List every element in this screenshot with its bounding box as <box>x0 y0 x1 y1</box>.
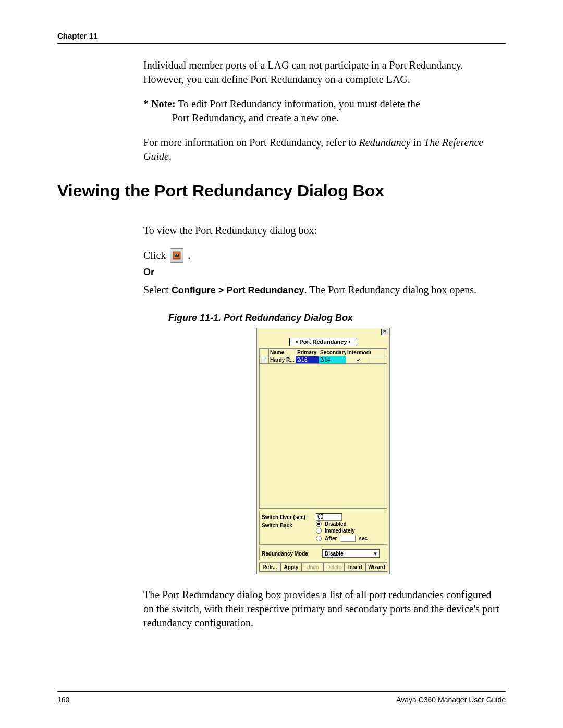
row-icon: 📄 <box>260 356 269 363</box>
select-instruction: Select Configure > Port Redundancy. The … <box>143 283 503 297</box>
note-text-line2: Port Redundancy, and create a new one. <box>143 111 503 125</box>
col-name[interactable]: Name <box>269 349 296 356</box>
redundancy-mode-dropdown[interactable]: Disable ▼ <box>322 549 380 558</box>
switch-over-label: Switch Over (sec) <box>262 514 313 520</box>
delete-button[interactable]: Delete <box>323 563 345 572</box>
switch-over-input[interactable]: 60 <box>316 513 342 521</box>
after-figure-paragraph: The Port Redundancy dialog box provides … <box>143 588 503 630</box>
radio-disabled-label: Disabled <box>325 521 347 527</box>
row-primary[interactable]: 2/16 <box>296 356 319 363</box>
note-label: * Note: <box>143 98 176 109</box>
page-footer: 160 Avaya C360 Manager User Guide <box>57 691 506 704</box>
document-title: Avaya C360 Manager User Guide <box>396 696 506 704</box>
port-redundancy-toolbar-icon[interactable] <box>170 248 183 263</box>
row-intermode-checkbox[interactable]: ✔ <box>346 356 371 363</box>
redundancy-mode-panel: Redundancy Mode Disable ▼ <box>259 547 387 560</box>
port-redundancy-dialog: ✕ • Port Redundancy • Name Primary Secon… <box>256 328 390 574</box>
radio-immediately-label: Immediately <box>325 528 355 534</box>
radio-after-label: After <box>325 536 337 541</box>
dialog-button-bar: Refr... Apply Undo Delete Insert Wizard <box>259 562 387 572</box>
radio-immediately[interactable] <box>316 528 322 534</box>
figure-caption: Figure 11-1. Port Redundancy Dialog Box <box>168 313 503 324</box>
view-intro: To view the Port Redundancy dialog box: <box>143 224 503 238</box>
switch-panel: Switch Over (sec) 60 Switch Back Disable… <box>259 511 387 545</box>
apply-button[interactable]: Apply <box>280 563 302 572</box>
section-heading: Viewing the Port Redundancy Dialog Box <box>57 181 503 201</box>
table-header: Name Primary Secondary Intermode <box>260 349 387 356</box>
svg-rect-2 <box>175 254 176 255</box>
radio-disabled[interactable] <box>316 521 322 527</box>
page-number: 160 <box>57 696 69 704</box>
table-row[interactable]: 📄 Hardy R... 2/16 2/14 ✔ <box>260 356 387 364</box>
insert-button[interactable]: Insert <box>345 563 366 572</box>
undo-button[interactable]: Undo <box>302 563 323 572</box>
wizard-button[interactable]: Wizard <box>366 563 387 572</box>
switch-back-label: Switch Back <box>262 523 313 528</box>
click-instruction: Click . <box>143 248 503 263</box>
or-label: Or <box>143 267 503 278</box>
header-rule <box>57 43 506 44</box>
radio-after[interactable] <box>316 536 322 541</box>
table-body-empty <box>259 364 387 509</box>
dialog-title: • Port Redundancy • <box>289 338 357 346</box>
row-name[interactable]: Hardy R... <box>269 356 296 363</box>
intro-paragraph-1: Individual member ports of a LAG can not… <box>143 58 503 87</box>
col-primary[interactable]: Primary <box>296 349 319 356</box>
note-text-line1: To edit Port Redundancy information, you… <box>178 98 420 109</box>
chevron-down-icon: ▼ <box>373 551 378 557</box>
after-seconds-input[interactable] <box>340 535 356 542</box>
redundancy-mode-label: Redundancy Mode <box>262 551 319 557</box>
chapter-header: Chapter 11 <box>57 31 506 40</box>
col-secondary[interactable]: Secondary <box>319 349 346 356</box>
svg-rect-3 <box>177 254 178 255</box>
col-intermode[interactable]: Intermode <box>346 349 371 356</box>
close-icon[interactable]: ✕ <box>381 329 388 335</box>
intro-paragraph-2: For more information on Port Redundancy,… <box>143 135 503 164</box>
row-secondary[interactable]: 2/14 <box>319 356 346 363</box>
refresh-button[interactable]: Refr... <box>259 563 280 572</box>
after-unit-label: sec <box>359 536 368 541</box>
note-paragraph: * Note: To edit Port Redundancy informat… <box>143 97 503 125</box>
col-icon <box>260 349 269 356</box>
